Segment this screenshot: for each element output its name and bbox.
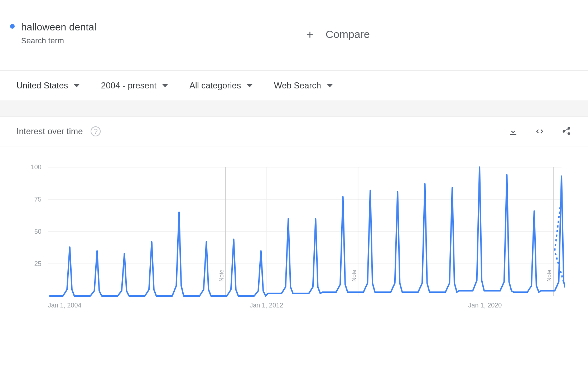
filter-type[interactable]: Web Search xyxy=(274,81,333,91)
panel-header: Interest over time ? xyxy=(0,117,588,146)
chevron-down-icon xyxy=(247,84,252,87)
svg-text:Jan 1, 2004: Jan 1, 2004 xyxy=(48,302,82,309)
filter-time[interactable]: 2004 - present xyxy=(101,81,168,91)
embed-icon[interactable] xyxy=(534,126,545,137)
filter-category-label: All categories xyxy=(189,81,241,91)
plus-icon: + xyxy=(307,28,314,42)
compare-card[interactable]: + Compare xyxy=(292,0,588,70)
download-icon[interactable] xyxy=(508,126,519,137)
filter-time-label: 2004 - present xyxy=(101,81,156,91)
svg-text:25: 25 xyxy=(34,260,42,267)
term-cards: halloween dental Search term + Compare xyxy=(0,0,588,71)
filter-region-label: United States xyxy=(16,81,68,91)
filter-category[interactable]: All categories xyxy=(189,81,252,91)
chevron-down-icon xyxy=(327,84,333,87)
filter-type-label: Web Search xyxy=(274,81,321,91)
filter-region[interactable]: United States xyxy=(16,81,79,91)
section-gap xyxy=(0,101,588,117)
svg-text:Jan 1, 2012: Jan 1, 2012 xyxy=(250,302,283,309)
svg-text:Note: Note xyxy=(351,270,357,282)
term-type-label: Search term xyxy=(21,36,96,45)
svg-text:100: 100 xyxy=(31,164,42,171)
panel-actions xyxy=(508,126,572,137)
panel-title: Interest over time xyxy=(16,126,83,136)
chevron-down-icon xyxy=(162,84,168,87)
svg-text:50: 50 xyxy=(34,228,42,235)
svg-text:75: 75 xyxy=(34,196,42,203)
term-label: halloween dental xyxy=(21,21,96,33)
filter-bar: United States 2004 - present All categor… xyxy=(0,71,588,101)
series-color-dot xyxy=(10,24,15,29)
interest-panel: Interest over time ? 255075100Jan 1, 200… xyxy=(0,117,588,322)
chevron-down-icon xyxy=(74,84,79,87)
svg-text:Note: Note xyxy=(218,270,225,282)
add-compare-button[interactable]: + Compare xyxy=(307,28,370,42)
compare-label: Compare xyxy=(326,28,370,40)
interest-chart: 255075100Jan 1, 2004Jan 1, 2012Jan 1, 20… xyxy=(23,164,565,314)
help-icon[interactable]: ? xyxy=(91,126,101,136)
chart-area: 255075100Jan 1, 2004Jan 1, 2012Jan 1, 20… xyxy=(0,146,588,322)
term-card[interactable]: halloween dental Search term xyxy=(0,0,292,70)
share-icon[interactable] xyxy=(561,126,572,137)
svg-text:Jan 1, 2020: Jan 1, 2020 xyxy=(468,302,502,309)
svg-text:Note: Note xyxy=(546,270,552,282)
